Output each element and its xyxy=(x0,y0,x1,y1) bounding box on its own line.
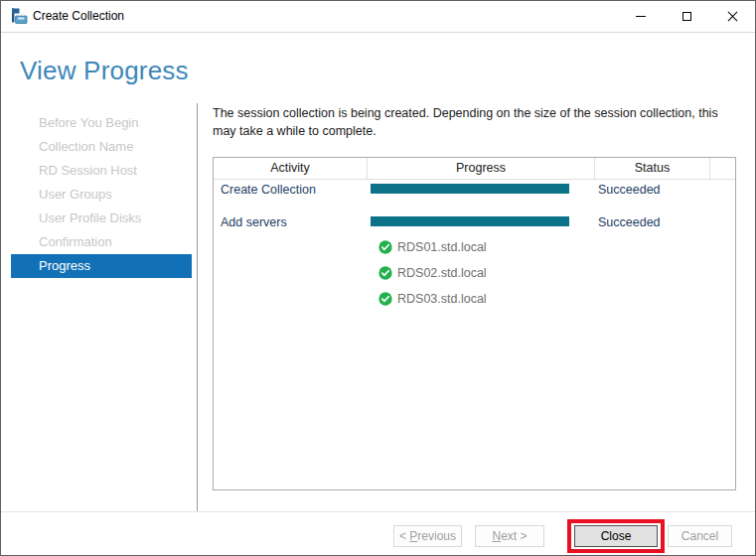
success-check-icon xyxy=(378,266,392,280)
window-controls xyxy=(618,1,755,32)
progress-description: The session collection is being created.… xyxy=(213,104,733,140)
progress-bar-create-collection xyxy=(371,184,569,194)
step-confirmation: Confirmation xyxy=(1,230,197,254)
page-title: View Progress xyxy=(20,56,189,86)
step-collection-name: Collection Name xyxy=(1,135,197,159)
step-user-profile-disks: User Profile Disks xyxy=(1,207,197,230)
footer-divider xyxy=(1,511,755,512)
maximize-button[interactable] xyxy=(664,1,709,32)
next-button[interactable]: Next > xyxy=(475,525,544,547)
activity-add-servers: Add servers xyxy=(221,215,287,229)
status-create-collection: Succeeded xyxy=(598,183,661,197)
step-rd-session-host: RD Session Host xyxy=(1,159,197,183)
column-header-activity[interactable]: Activity xyxy=(214,158,368,180)
close-icon xyxy=(727,11,738,22)
maximize-icon xyxy=(682,12,691,21)
table-header: Activity Progress Status xyxy=(214,158,735,180)
step-user-groups: User Groups xyxy=(1,183,197,207)
minimize-icon xyxy=(636,16,646,17)
progress-bar-add-servers xyxy=(371,216,569,226)
previous-button[interactable]: < Previous xyxy=(393,525,462,547)
close-button-annotation: Close xyxy=(567,519,665,553)
server-name: RDS02.std.local xyxy=(397,266,487,280)
status-add-servers: Succeeded xyxy=(598,215,661,229)
titlebar: Create Collection xyxy=(1,1,755,32)
column-header-status[interactable]: Status xyxy=(595,158,710,180)
step-progress-active[interactable]: Progress xyxy=(11,254,192,278)
close-window-button[interactable] xyxy=(709,1,755,32)
column-header-extra xyxy=(710,158,735,180)
cancel-button[interactable]: Cancel xyxy=(668,525,732,547)
sidebar-divider xyxy=(197,103,198,512)
wizard-steps-nav: Before You Begin Collection Name RD Sess… xyxy=(1,111,197,278)
server-name: RDS03.std.local xyxy=(397,292,487,306)
minimize-button[interactable] xyxy=(618,1,664,32)
success-check-icon xyxy=(378,240,392,254)
titlebar-divider xyxy=(1,32,755,33)
success-check-icon xyxy=(378,292,392,306)
activity-create-collection: Create Collection xyxy=(221,183,316,197)
server-manager-icon xyxy=(11,8,28,25)
create-collection-window: Create Collection View Progress Before Y… xyxy=(0,0,756,556)
progress-table: Activity Progress Status Create Collecti… xyxy=(213,157,736,490)
window-title: Create Collection xyxy=(33,1,124,32)
column-header-progress[interactable]: Progress xyxy=(368,158,595,180)
close-button[interactable]: Close xyxy=(574,525,658,547)
step-before-you-begin: Before You Begin xyxy=(1,111,197,135)
server-name: RDS01.std.local xyxy=(397,240,487,254)
